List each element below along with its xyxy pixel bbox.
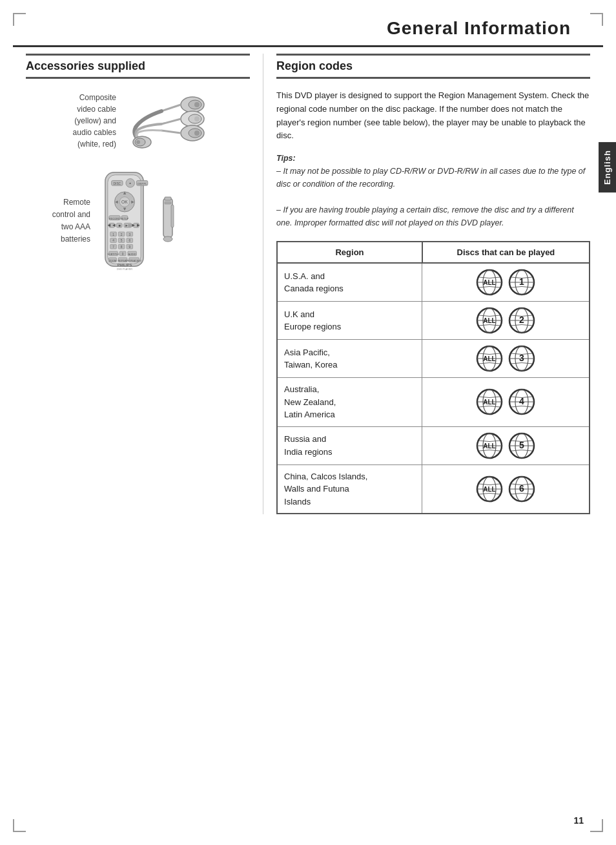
remote-drawing: DISC ● DISP.PL OK ▲ ▼ ◄ ► bbox=[97, 169, 178, 273]
accessories-section-title: Accessories supplied bbox=[26, 54, 250, 79]
svg-text:▲: ▲ bbox=[122, 190, 127, 196]
table-row: China, Calcos Islands,Walls and FutunaIs… bbox=[277, 464, 590, 514]
table-col1-header: Region bbox=[277, 242, 422, 263]
language-tab: English bbox=[599, 142, 616, 193]
svg-text:ALL: ALL bbox=[483, 279, 495, 286]
svg-text:►II: ►II bbox=[125, 224, 130, 227]
table-row: U.K andEurope regions ALL 2 bbox=[277, 302, 590, 340]
cable-accessory-item: Compositevideo cable(yellow) andaudio ca… bbox=[26, 92, 250, 150]
right-column: Region codes This DVD player is designed… bbox=[263, 54, 590, 514]
svg-line-7 bbox=[161, 119, 181, 124]
table-col2-header: Discs that can be played bbox=[422, 242, 590, 263]
svg-text:1: 1 bbox=[519, 276, 524, 287]
svg-line-11 bbox=[161, 130, 181, 133]
table-row: Asia Pacific,Taiwan, Korea ALL 3 bbox=[277, 340, 590, 378]
disc-cell: ALL 2 bbox=[422, 302, 590, 340]
svg-text:4: 4 bbox=[112, 239, 114, 242]
region-cell: Australia,New Zealand,Latin America bbox=[277, 378, 422, 427]
svg-text:AUDIO: AUDIO bbox=[128, 253, 136, 256]
svg-text:▼: ▼ bbox=[122, 206, 127, 212]
svg-text:6: 6 bbox=[128, 239, 130, 242]
svg-text:■: ■ bbox=[118, 224, 121, 227]
disc-cell: ALL 6 bbox=[422, 464, 590, 514]
cable-illustration bbox=[123, 92, 213, 150]
svg-text:RECORD: RECORD bbox=[109, 217, 120, 220]
svg-text:REPEAT A-B: REPEAT A-B bbox=[127, 259, 141, 262]
svg-text:7: 7 bbox=[112, 245, 114, 249]
svg-text:2: 2 bbox=[121, 233, 123, 236]
corner-mark-bl bbox=[13, 819, 26, 832]
svg-point-10 bbox=[194, 130, 200, 136]
svg-text:SETUP: SETUP bbox=[121, 217, 129, 220]
svg-text:►: ► bbox=[130, 199, 136, 205]
main-content: Accessories supplied Compositevideo cabl… bbox=[0, 54, 616, 514]
tip2: – If you are having trouble playing a ce… bbox=[276, 205, 574, 227]
svg-point-14 bbox=[136, 140, 140, 144]
table-row: Russia andIndia regions ALL 5 bbox=[277, 426, 590, 464]
svg-text:PHILIPS: PHILIPS bbox=[118, 263, 132, 267]
region-section-title: Region codes bbox=[276, 54, 590, 79]
corner-mark-tr bbox=[590, 13, 603, 26]
corner-mark-br bbox=[590, 819, 603, 832]
region-description: This DVD player is designed to support t… bbox=[276, 89, 590, 143]
remote-illustration: DISC ● DISP.PL OK ▲ ▼ ◄ ► bbox=[97, 169, 152, 273]
svg-rect-77 bbox=[171, 205, 174, 227]
region-cell: Russia andIndia regions bbox=[277, 426, 422, 464]
tips-label: Tips: bbox=[276, 154, 296, 163]
svg-text:0: 0 bbox=[122, 253, 124, 256]
svg-text:2: 2 bbox=[519, 315, 524, 325]
svg-text:DVD PLAYER: DVD PLAYER bbox=[117, 267, 132, 271]
page-header: General Information bbox=[13, 0, 603, 47]
region-cell: U.S.A. andCanada regions bbox=[277, 263, 422, 302]
tip1: – It may not be possible to play CD-R/RW… bbox=[276, 167, 585, 189]
svg-text:ALL: ALL bbox=[483, 317, 495, 324]
svg-text:9: 9 bbox=[128, 245, 130, 249]
page-title: General Information bbox=[45, 18, 571, 39]
svg-line-3 bbox=[161, 105, 181, 111]
svg-text:ALL: ALL bbox=[483, 443, 495, 450]
table-row: Australia,New Zealand,Latin America ALL … bbox=[277, 378, 590, 427]
svg-text:SUBTITLE: SUBTITLE bbox=[107, 253, 119, 256]
svg-text:5: 5 bbox=[121, 239, 123, 242]
svg-text:ZOOM: ZOOM bbox=[109, 259, 117, 262]
svg-text:DISP.PL: DISP.PL bbox=[138, 182, 147, 185]
region-cell: Asia Pacific,Taiwan, Korea bbox=[277, 340, 422, 378]
svg-text:8: 8 bbox=[121, 245, 123, 249]
svg-text:ALL: ALL bbox=[483, 486, 495, 493]
svg-text:DISC: DISC bbox=[114, 182, 121, 185]
svg-point-6 bbox=[194, 116, 200, 121]
svg-text:6: 6 bbox=[519, 483, 524, 494]
svg-rect-75 bbox=[165, 197, 171, 200]
svg-text:4: 4 bbox=[519, 396, 524, 406]
svg-text:►►: ►► bbox=[131, 222, 141, 228]
disc-cell: ALL 5 bbox=[422, 426, 590, 464]
batteries-illustration bbox=[158, 195, 178, 247]
svg-text:ALL: ALL bbox=[483, 355, 495, 362]
svg-text:3: 3 bbox=[519, 353, 524, 363]
svg-text:◄: ◄ bbox=[114, 199, 119, 205]
table-row: U.S.A. andCanada regions ALL 1 bbox=[277, 263, 590, 302]
region-cell: U.K andEurope regions bbox=[277, 302, 422, 340]
remote-accessory-item: Remotecontrol andtwo AAAbatteries DISC ● bbox=[26, 169, 250, 273]
tips-section: Tips: – It may not be possible to play C… bbox=[276, 152, 590, 229]
svg-text:◄◄: ◄◄ bbox=[107, 222, 116, 228]
svg-text:ALL: ALL bbox=[483, 399, 495, 406]
page-number: 11 bbox=[573, 815, 584, 826]
disc-cell: ALL 3 bbox=[422, 340, 590, 378]
svg-text:1: 1 bbox=[112, 233, 114, 236]
svg-rect-76 bbox=[165, 202, 171, 204]
disc-cell: ALL 4 bbox=[422, 378, 590, 427]
left-column: Accessories supplied Compositevideo cabl… bbox=[26, 54, 263, 514]
remote-label: Remotecontrol andtwo AAAbatteries bbox=[26, 196, 90, 246]
svg-text:OK: OK bbox=[121, 200, 128, 204]
svg-text:5: 5 bbox=[519, 440, 524, 450]
region-table: Region Discs that can be played U.S.A. a… bbox=[276, 241, 590, 514]
svg-text:3: 3 bbox=[128, 233, 130, 236]
svg-text:●: ● bbox=[129, 182, 131, 185]
disc-cell: ALL 1 bbox=[422, 263, 590, 302]
region-cell: China, Calcos Islands,Walls and FutunaIs… bbox=[277, 464, 422, 514]
svg-point-78 bbox=[163, 236, 172, 242]
svg-point-2 bbox=[194, 102, 200, 107]
cable-label: Compositevideo cable(yellow) andaudio ca… bbox=[26, 92, 116, 150]
corner-mark-tl bbox=[13, 13, 26, 26]
